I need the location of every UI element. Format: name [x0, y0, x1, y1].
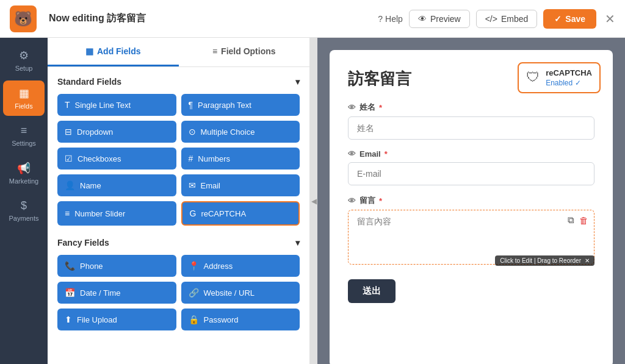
preview-button[interactable]: 👁 Preview [409, 10, 470, 28]
name-field-label: 👁 姓名 * [348, 102, 594, 113]
phone-icon: 📞 [65, 261, 75, 271]
payments-icon: $ [21, 199, 27, 212]
numbers-icon: # [189, 154, 193, 163]
password-icon: 🔒 [189, 315, 199, 324]
marketing-icon: 📢 [17, 162, 31, 175]
name-icon: 👤 [65, 180, 75, 190]
fancy-fields-grid: 📞 Phone 📍 Address 📅 Date / Time 🔗 Websit… [57, 255, 300, 330]
form-field-name: 👁 姓名 * [348, 102, 594, 140]
fields-panel: ▦ Add Fields ≡ Field Options Standard Fi… [48, 38, 310, 364]
chevron-down-icon: ▾ [295, 77, 300, 87]
recaptcha-icon: G [190, 209, 197, 218]
page-title: Now editing 訪客留言 [49, 12, 370, 25]
fields-scroll: Standard Fields ▾ T Single Line Text ¶ P… [48, 67, 309, 364]
submit-button[interactable]: 送出 [348, 279, 396, 303]
field-btn-recaptcha[interactable]: G reCAPTCHA [181, 201, 300, 226]
email-field-icon: ✉ [189, 180, 196, 190]
email-required: * [385, 149, 388, 159]
field-btn-dropdown[interactable]: ⊟ Dropdown [57, 121, 176, 143]
eye-icon: 👁 [418, 14, 427, 24]
single-line-icon: T [65, 100, 70, 110]
paragraph-icon: ¶ [189, 100, 193, 110]
sidebar-item-marketing[interactable]: 📢 Marketing [3, 155, 45, 191]
header-actions: ? Help 👁 Preview </> Embed ✓ Save ✕ [378, 9, 615, 29]
name-input[interactable] [348, 116, 594, 140]
options-icon: ≡ [212, 46, 217, 56]
dropdown-icon: ⊟ [65, 127, 72, 137]
drag-arrow-icon: ◀ [311, 197, 317, 205]
form-preview: 訪客留言 🛡 reCAPTCHA Enabled ✓ 👁 姓名 * [317, 38, 625, 364]
form-field-email: 👁 Email * [348, 149, 594, 185]
reorder-hint: Click to Edit | Drag to Reorder ✕ [495, 255, 594, 266]
sidebar-item-setup[interactable]: ⚙ Setup [3, 43, 45, 78]
comment-field-label: 👁 留言 * [348, 195, 594, 206]
address-icon: 📍 [189, 261, 199, 271]
upload-icon: ⬆ [65, 315, 72, 324]
panel-drag-handle[interactable]: ◀ [310, 38, 317, 364]
tab-add-fields[interactable]: ▦ Add Fields [48, 38, 179, 66]
chevron-down-icon2: ▾ [295, 238, 300, 248]
field-btn-number-slider[interactable]: ≡ Number Slider [57, 201, 176, 226]
sidebar-item-payments[interactable]: $ Payments [3, 193, 45, 228]
check-icon: ✓ [554, 14, 562, 24]
multiple-choice-icon: ⊙ [189, 127, 196, 137]
close-button[interactable]: ✕ [605, 12, 615, 26]
fancy-fields-section-header[interactable]: Fancy Fields ▾ [57, 238, 300, 248]
save-button[interactable]: ✓ Save [543, 9, 596, 29]
checkboxes-icon: ☑ [65, 154, 73, 163]
textarea-wrapper: ⧉ 🗑 Click to Edit | Drag to Reorder ✕ [348, 210, 594, 265]
embed-button[interactable]: </> Embed [476, 10, 538, 28]
field-btn-phone[interactable]: 📞 Phone [57, 255, 176, 277]
textarea-actions: ⧉ 🗑 [568, 215, 588, 226]
settings-icon: ≡ [21, 124, 27, 137]
form-field-comment: 👁 留言 * ⧉ 🗑 Click to Edit | Drag to Reord… [348, 195, 594, 265]
app-logo: 🐻 [10, 5, 37, 32]
reorder-close-button[interactable]: ✕ [585, 257, 590, 264]
email-eye-icon: 👁 [348, 149, 356, 159]
sidebar-nav: ⚙ Setup ▦ Fields ≡ Settings 📢 Marketing … [0, 38, 48, 364]
add-fields-icon: ▦ [85, 46, 93, 56]
copy-button[interactable]: ⧉ [568, 215, 574, 226]
main-layout: ⚙ Setup ▦ Fields ≡ Settings 📢 Marketing … [0, 38, 625, 364]
field-btn-name[interactable]: 👤 Name [57, 174, 176, 196]
recaptcha-badge[interactable]: 🛡 reCAPTCHA Enabled ✓ [518, 62, 601, 93]
field-btn-file-upload[interactable]: ⬆ File Upload [57, 309, 176, 330]
field-btn-checkboxes[interactable]: ☑ Checkboxes [57, 148, 176, 170]
name-eye-icon: 👁 [348, 103, 356, 112]
help-button[interactable]: ? Help [378, 14, 403, 24]
standard-fields-section-header[interactable]: Standard Fields ▾ [57, 77, 300, 87]
datetime-icon: 📅 [65, 288, 75, 298]
sidebar-item-fields[interactable]: ▦ Fields [3, 80, 45, 116]
fields-icon: ▦ [19, 87, 29, 100]
email-input[interactable] [348, 162, 594, 185]
field-btn-datetime[interactable]: 📅 Date / Time [57, 282, 176, 304]
email-field-label: 👁 Email * [348, 149, 594, 159]
website-icon: 🔗 [189, 288, 199, 298]
comment-eye-icon: 👁 [348, 196, 356, 205]
name-required: * [379, 103, 382, 112]
field-btn-paragraph[interactable]: ¶ Paragraph Text [181, 94, 300, 116]
recaptcha-info: reCAPTCHA Enabled ✓ [546, 68, 592, 87]
field-btn-single-line[interactable]: T Single Line Text [57, 94, 176, 116]
setup-icon: ⚙ [19, 49, 29, 62]
comment-required: * [379, 196, 382, 205]
field-btn-multiple-choice[interactable]: ⊙ Multiple Choice [181, 121, 300, 143]
tab-field-options[interactable]: ≡ Field Options [179, 38, 310, 66]
field-btn-address[interactable]: 📍 Address [181, 255, 300, 277]
field-btn-numbers[interactable]: # Numbers [181, 148, 300, 170]
recaptcha-shield-icon: 🛡 [526, 70, 540, 85]
field-btn-password[interactable]: 🔒 Password [181, 309, 300, 330]
sidebar-item-settings[interactable]: ≡ Settings [3, 118, 45, 153]
code-icon: </> [485, 14, 497, 24]
field-btn-email[interactable]: ✉ Email [181, 174, 300, 196]
header: 🐻 Now editing 訪客留言 ? Help 👁 Preview </> … [0, 0, 625, 38]
field-btn-website[interactable]: 🔗 Website / URL [181, 282, 300, 304]
form-card: 訪客留言 🛡 reCAPTCHA Enabled ✓ 👁 姓名 * [330, 50, 613, 364]
delete-button[interactable]: 🗑 [579, 215, 588, 226]
slider-icon: ≡ [65, 209, 70, 218]
help-icon: ? [378, 14, 383, 24]
standard-fields-grid: T Single Line Text ¶ Paragraph Text ⊟ Dr… [57, 94, 300, 226]
panel-tabs: ▦ Add Fields ≡ Field Options [48, 38, 309, 67]
